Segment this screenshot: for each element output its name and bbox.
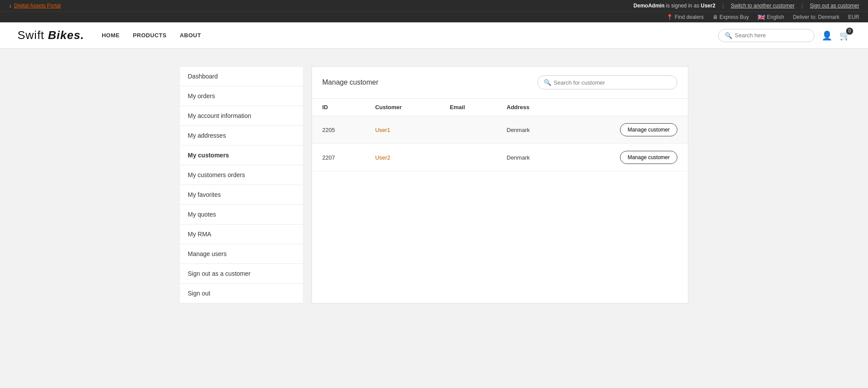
main-nav: HOME PRODUCTS ABOUT — [102, 32, 201, 39]
customer-table: ID Customer Email Address 2205 User1 Den… — [312, 99, 688, 171]
manage-customer-button-1[interactable]: Manage customer — [620, 123, 677, 136]
main-container: Dashboard My orders My account informati… — [171, 66, 697, 303]
customer-link[interactable]: User1 — [375, 127, 390, 133]
digital-assets-label[interactable]: Digital Assets Portal — [14, 3, 61, 9]
customer-address: Denmark — [496, 116, 565, 144]
cart-badge: 0 — [846, 28, 853, 35]
sidebar-item-my-orders[interactable]: My orders — [180, 86, 303, 106]
account-button[interactable]: 👤 — [822, 30, 833, 41]
top-banner-left: ↓ Digital Assets Portal — [9, 3, 61, 9]
customer-email — [439, 144, 496, 171]
sidebar-item-my-rma[interactable]: My RMA — [180, 224, 303, 244]
currency: EUR — [848, 14, 859, 20]
table-header-row: ID Customer Email Address — [312, 99, 688, 116]
admin-text: DemoAdmin is signed in as User2 — [634, 3, 716, 9]
nav-about[interactable]: ABOUT — [180, 32, 201, 39]
separator-2: | — [801, 3, 803, 9]
logo[interactable]: Swift Bikes. — [18, 28, 84, 42]
admin-name: DemoAdmin — [634, 3, 665, 9]
user-name: User2 — [701, 3, 715, 9]
customer-search-icon: 🔍 — [544, 79, 551, 86]
content-area: Manage customer 🔍 ID Customer Email Addr… — [312, 66, 688, 303]
flag-icon: 🇬🇧 — [758, 14, 765, 21]
sidebar-item-sign-out[interactable]: Sign out — [180, 284, 303, 303]
logo-first: Swift — [18, 28, 48, 42]
find-dealers[interactable]: 📍 Find dealers — [666, 14, 704, 20]
cart-button[interactable]: 🛒 0 — [840, 30, 850, 41]
secondary-bar: 📍 Find dealers 🖥 Express Buy 🇬🇧 English … — [0, 11, 868, 22]
nav-home[interactable]: HOME — [102, 32, 120, 39]
header-left: Swift Bikes. HOME PRODUCTS ABOUT — [18, 28, 201, 42]
map-pin-icon: 📍 — [666, 14, 673, 20]
separator-1: | — [723, 3, 724, 9]
sign-out-customer-link[interactable]: Sign out as customer — [810, 3, 859, 9]
express-buy-icon: 🖥 — [712, 14, 718, 20]
sidebar-item-my-favorites[interactable]: My favorites — [180, 185, 303, 205]
customer-id: 2207 — [312, 144, 365, 171]
express-buy[interactable]: 🖥 Express Buy — [712, 14, 749, 20]
sidebar-item-account-information[interactable]: My account information — [180, 106, 303, 126]
header-right: 🔍 👤 🛒 0 — [718, 29, 850, 42]
sidebar-item-my-addresses[interactable]: My addresses — [180, 126, 303, 146]
manage-btn-cell: Manage customer — [565, 116, 687, 144]
sidebar-item-dashboard[interactable]: Dashboard — [180, 66, 303, 86]
main-search-box[interactable]: 🔍 — [718, 29, 815, 42]
table-row: 2205 User1 Denmark Manage customer — [312, 116, 688, 144]
top-banner: ↓ Digital Assets Portal DemoAdmin is sig… — [0, 0, 868, 11]
user-icon: 👤 — [822, 31, 833, 40]
digital-assets-icon: ↓ — [9, 3, 11, 9]
sidebar-item-my-customers[interactable]: My customers — [180, 146, 303, 165]
sidebar-item-sign-out-customer[interactable]: Sign out as a customer — [180, 264, 303, 284]
search-input[interactable] — [735, 32, 808, 39]
content-header: Manage customer 🔍 — [312, 67, 688, 99]
top-banner-right: DemoAdmin is signed in as User2 | Switch… — [634, 3, 859, 9]
sidebar-item-manage-users[interactable]: Manage users — [180, 244, 303, 264]
col-address: Address — [496, 99, 565, 116]
logo-second: Bikes. — [48, 28, 85, 42]
sidebar: Dashboard My orders My account informati… — [180, 66, 303, 303]
nav-products[interactable]: PRODUCTS — [133, 32, 167, 39]
customer-search-input[interactable] — [554, 79, 671, 86]
customer-address: Denmark — [496, 144, 565, 171]
customer-id: 2205 — [312, 116, 365, 144]
page-title: Manage customer — [322, 78, 379, 86]
search-icon: 🔍 — [725, 32, 732, 39]
sidebar-item-my-quotes[interactable]: My quotes — [180, 205, 303, 224]
customer-name: User1 — [365, 116, 439, 144]
deliver-to: Deliver to: Denmark — [793, 14, 840, 20]
language-selector[interactable]: 🇬🇧 English — [758, 14, 784, 21]
manage-customer-button-2[interactable]: Manage customer — [620, 151, 677, 164]
customer-name: User2 — [365, 144, 439, 171]
col-email: Email — [439, 99, 496, 116]
customer-search-box[interactable]: 🔍 — [537, 75, 677, 89]
customer-link[interactable]: User2 — [375, 154, 390, 161]
manage-btn-cell: Manage customer — [565, 144, 687, 171]
table-row: 2207 User2 Denmark Manage customer — [312, 144, 688, 171]
sidebar-item-customers-orders[interactable]: My customers orders — [180, 165, 303, 185]
col-id: ID — [312, 99, 365, 116]
customer-email — [439, 116, 496, 144]
col-customer: Customer — [365, 99, 439, 116]
header: Swift Bikes. HOME PRODUCTS ABOUT 🔍 👤 🛒 0 — [0, 22, 868, 49]
switch-customer-link[interactable]: Switch to another customer — [731, 3, 794, 9]
col-action — [565, 99, 687, 116]
